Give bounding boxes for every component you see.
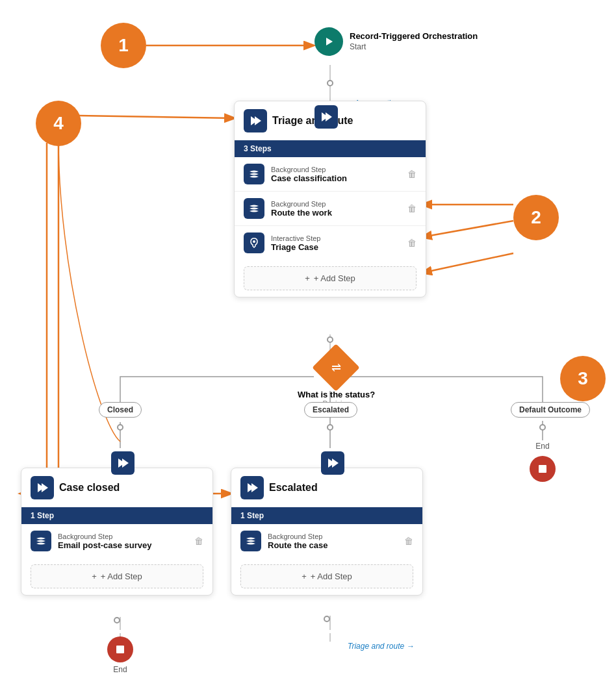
stage-icon-closed	[31, 476, 54, 499]
svg-line-6	[422, 253, 513, 273]
connector-dot-below-closed	[114, 617, 120, 623]
steps-header-triage: 3 Steps	[235, 140, 426, 157]
svg-marker-20	[42, 483, 48, 492]
step-delete-route[interactable]: 🗑	[404, 536, 413, 546]
stage-icon	[244, 109, 267, 132]
stage-title: Triage and route	[272, 115, 353, 127]
start-node: Record-Triggered Orchestration Start	[314, 27, 478, 56]
end-icon-default	[530, 456, 556, 482]
step-delete-email[interactable]: 🗑	[194, 536, 203, 546]
step-delete-3[interactable]: 🗑	[407, 238, 417, 248]
escalated-stage: Escalated 1 Step Background Step Route t…	[231, 468, 423, 596]
add-step-plus: +	[305, 273, 310, 283]
svg-marker-17	[255, 116, 261, 125]
triage-stage-entry-icon	[314, 105, 338, 129]
add-step-button-escalated[interactable]: + + Add Step	[240, 564, 413, 588]
step-text-1: Background Step Case classification	[271, 166, 401, 183]
step-icon-email	[31, 531, 51, 551]
circle-badge-1: 1	[101, 23, 146, 68]
end-node-default: End	[530, 442, 556, 482]
connector-dot-below-escalated	[324, 616, 330, 622]
decision-icon: ⇌	[331, 360, 340, 375]
svg-marker-22	[251, 483, 258, 492]
stage-icon-escalated	[240, 476, 264, 499]
triage-and-route-stage: Triage and route 3 Steps Background Step…	[234, 101, 426, 297]
steps-header-closed: 1 Step	[21, 507, 212, 524]
step-row-route-case: Background Step Route the case 🗑	[231, 524, 422, 558]
connector-dot-1	[327, 80, 333, 86]
steps-header-escalated: 1 Step	[231, 507, 422, 524]
svg-marker-28	[122, 459, 129, 468]
step-delete-1[interactable]: 🗑	[407, 169, 417, 179]
step-row-case-classification: Background Step Case classification 🗑	[235, 157, 426, 192]
outcome-escalated: Escalated	[304, 402, 357, 418]
start-title: Record-Triggered Orchestration	[350, 31, 478, 42]
decision-diamond: ⇌	[312, 344, 360, 392]
connector-dot-closed	[117, 424, 123, 431]
svg-marker-15	[326, 38, 333, 45]
add-step-button-closed[interactable]: + + Add Step	[31, 564, 203, 588]
svg-line-3	[79, 116, 234, 118]
decision-node: ⇌ What is the status? Decision	[298, 351, 375, 407]
step-text-3: Interactive Step Triage Case	[271, 234, 401, 252]
circle-badge-4: 4	[36, 101, 81, 146]
svg-rect-24	[116, 646, 124, 653]
connector-dot-2	[327, 336, 333, 343]
step-text-email: Background Step Email post-case survey	[58, 533, 188, 550]
svg-line-5	[422, 221, 513, 237]
step-text-route: Background Step Route the case	[268, 533, 398, 550]
circle-badge-3: 3	[560, 356, 606, 401]
step-icon-2	[244, 198, 264, 219]
start-sub: Start	[350, 42, 478, 53]
end-icon-closed	[107, 636, 133, 662]
case-closed-entry-icon	[111, 451, 135, 475]
triage-and-route-link[interactable]: Triage and route →	[348, 642, 414, 651]
add-step-button-triage[interactable]: + + Add Step	[244, 266, 417, 290]
end-node-closed: End	[107, 636, 133, 674]
step-icon-route	[240, 531, 261, 551]
svg-rect-23	[539, 465, 546, 473]
escalated-entry-icon	[321, 451, 344, 475]
step-delete-2[interactable]: 🗑	[407, 203, 417, 214]
stage-title-closed: Case closed	[59, 482, 120, 494]
case-closed-stage: Case closed 1 Step Background Step Email…	[21, 468, 213, 596]
connector-dot-escalated	[327, 424, 333, 431]
step-row-route-work: Background Step Route the work 🗑	[235, 192, 426, 226]
start-icon	[314, 27, 343, 56]
step-icon-1	[244, 164, 264, 184]
step-row-triage-case: Interactive Step Triage Case 🗑	[235, 226, 426, 260]
outcome-closed: Closed	[99, 402, 142, 418]
stage-title-escalated: Escalated	[269, 482, 318, 494]
svg-marker-26	[326, 112, 332, 121]
step-text-2: Background Step Route the work	[271, 200, 401, 218]
outcome-default: Default Outcome	[511, 402, 590, 418]
connector-dot-default	[539, 424, 546, 431]
step-row-email: Background Step Email post-case survey 🗑	[21, 524, 212, 558]
svg-point-18	[253, 240, 255, 243]
svg-marker-30	[332, 459, 339, 468]
circle-badge-2: 2	[513, 195, 559, 240]
step-icon-3	[244, 232, 264, 253]
